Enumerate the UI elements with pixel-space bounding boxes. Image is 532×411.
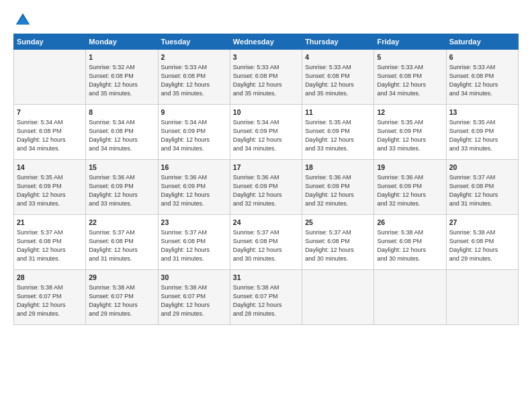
calendar-table: SundayMondayTuesdayWednesdayThursdayFrid… — [13, 34, 519, 325]
day-info: Sunrise: 5:35 AMSunset: 6:09 PMDaylight:… — [305, 118, 371, 153]
week-row-2: 7Sunrise: 5:34 AMSunset: 6:08 PMDaylight… — [14, 105, 519, 160]
calendar-cell: 24Sunrise: 5:37 AMSunset: 6:08 PMDayligh… — [230, 215, 302, 270]
day-info: Sunrise: 5:38 AMSunset: 6:07 PMDaylight:… — [17, 283, 83, 318]
calendar-cell: 18Sunrise: 5:36 AMSunset: 6:09 PMDayligh… — [302, 160, 374, 215]
day-number: 16 — [161, 163, 227, 173]
day-number: 28 — [17, 273, 83, 283]
day-info: Sunrise: 5:37 AMSunset: 6:08 PMDaylight:… — [17, 228, 83, 263]
calendar-cell: 12Sunrise: 5:35 AMSunset: 6:09 PMDayligh… — [374, 105, 446, 160]
header-cell-friday: Friday — [374, 34, 446, 50]
day-info: Sunrise: 5:36 AMSunset: 6:09 PMDaylight:… — [305, 173, 371, 208]
calendar-cell: 8Sunrise: 5:34 AMSunset: 6:08 PMDaylight… — [86, 105, 158, 160]
day-info: Sunrise: 5:36 AMSunset: 6:09 PMDaylight:… — [377, 173, 443, 208]
calendar-cell: 23Sunrise: 5:37 AMSunset: 6:08 PMDayligh… — [158, 215, 230, 270]
day-number: 10 — [233, 107, 299, 118]
day-info: Sunrise: 5:37 AMSunset: 6:08 PMDaylight:… — [161, 228, 227, 263]
day-number: 4 — [305, 52, 371, 62]
day-info: Sunrise: 5:38 AMSunset: 6:07 PMDaylight:… — [161, 283, 227, 318]
calendar-cell: 13Sunrise: 5:35 AMSunset: 6:09 PMDayligh… — [446, 105, 518, 160]
day-number: 27 — [449, 218, 515, 228]
day-info: Sunrise: 5:35 AMSunset: 6:09 PMDaylight:… — [449, 118, 515, 153]
calendar-header: SundayMondayTuesdayWednesdayThursdayFrid… — [14, 34, 519, 50]
day-info: Sunrise: 5:33 AMSunset: 6:08 PMDaylight:… — [377, 63, 443, 98]
day-info: Sunrise: 5:34 AMSunset: 6:09 PMDaylight:… — [161, 118, 227, 153]
day-info: Sunrise: 5:33 AMSunset: 6:08 PMDaylight:… — [449, 63, 515, 98]
calendar-cell: 25Sunrise: 5:37 AMSunset: 6:08 PMDayligh… — [302, 215, 374, 270]
calendar-cell — [446, 270, 518, 325]
week-row-4: 21Sunrise: 5:37 AMSunset: 6:08 PMDayligh… — [14, 215, 519, 270]
calendar-cell: 5Sunrise: 5:33 AMSunset: 6:08 PMDaylight… — [374, 50, 446, 105]
calendar-cell: 31Sunrise: 5:38 AMSunset: 6:07 PMDayligh… — [230, 270, 302, 325]
calendar-body: 1Sunrise: 5:32 AMSunset: 6:08 PMDaylight… — [14, 50, 519, 325]
calendar-cell: 20Sunrise: 5:37 AMSunset: 6:08 PMDayligh… — [446, 160, 518, 215]
header-cell-monday: Monday — [86, 34, 158, 50]
calendar-cell: 6Sunrise: 5:33 AMSunset: 6:08 PMDaylight… — [446, 50, 518, 105]
day-info: Sunrise: 5:36 AMSunset: 6:09 PMDaylight:… — [161, 173, 227, 208]
day-number: 3 — [233, 52, 299, 62]
week-row-3: 14Sunrise: 5:35 AMSunset: 6:09 PMDayligh… — [14, 160, 519, 215]
calendar-cell: 10Sunrise: 5:34 AMSunset: 6:09 PMDayligh… — [230, 105, 302, 160]
day-info: Sunrise: 5:35 AMSunset: 6:09 PMDaylight:… — [17, 173, 83, 208]
day-number: 14 — [17, 163, 83, 173]
day-info: Sunrise: 5:32 AMSunset: 6:08 PMDaylight:… — [89, 63, 154, 98]
header-cell-thursday: Thursday — [302, 34, 374, 50]
header — [13, 11, 519, 30]
day-number: 26 — [377, 218, 443, 228]
day-info: Sunrise: 5:36 AMSunset: 6:09 PMDaylight:… — [89, 173, 154, 208]
day-info: Sunrise: 5:34 AMSunset: 6:09 PMDaylight:… — [233, 118, 299, 153]
day-info: Sunrise: 5:38 AMSunset: 6:07 PMDaylight:… — [89, 283, 154, 318]
day-info: Sunrise: 5:33 AMSunset: 6:08 PMDaylight:… — [161, 63, 227, 98]
header-cell-wednesday: Wednesday — [230, 34, 302, 50]
calendar-cell: 4Sunrise: 5:33 AMSunset: 6:08 PMDaylight… — [302, 50, 374, 105]
header-row: SundayMondayTuesdayWednesdayThursdayFrid… — [14, 34, 519, 50]
day-number: 17 — [233, 163, 299, 173]
calendar-cell: 16Sunrise: 5:36 AMSunset: 6:09 PMDayligh… — [158, 160, 230, 215]
calendar-cell: 15Sunrise: 5:36 AMSunset: 6:09 PMDayligh… — [86, 160, 158, 215]
day-number: 22 — [89, 218, 154, 228]
calendar-cell: 29Sunrise: 5:38 AMSunset: 6:07 PMDayligh… — [86, 270, 158, 325]
calendar-cell: 17Sunrise: 5:36 AMSunset: 6:09 PMDayligh… — [230, 160, 302, 215]
day-number: 5 — [377, 52, 443, 62]
calendar-cell: 3Sunrise: 5:33 AMSunset: 6:08 PMDaylight… — [230, 50, 302, 105]
week-row-1: 1Sunrise: 5:32 AMSunset: 6:08 PMDaylight… — [14, 50, 519, 105]
day-number: 2 — [161, 52, 227, 62]
day-number: 18 — [305, 163, 371, 173]
day-number: 15 — [89, 163, 154, 173]
logo — [13, 11, 35, 30]
calendar-cell: 2Sunrise: 5:33 AMSunset: 6:08 PMDaylight… — [158, 50, 230, 105]
day-info: Sunrise: 5:35 AMSunset: 6:09 PMDaylight:… — [377, 118, 443, 153]
calendar-cell: 26Sunrise: 5:38 AMSunset: 6:08 PMDayligh… — [374, 215, 446, 270]
header-cell-sunday: Sunday — [14, 34, 86, 50]
day-number: 1 — [89, 52, 154, 62]
day-info: Sunrise: 5:38 AMSunset: 6:08 PMDaylight:… — [377, 228, 443, 263]
day-number: 8 — [89, 107, 154, 118]
calendar-cell: 7Sunrise: 5:34 AMSunset: 6:08 PMDaylight… — [14, 105, 86, 160]
day-info: Sunrise: 5:37 AMSunset: 6:08 PMDaylight:… — [305, 228, 371, 263]
day-info: Sunrise: 5:36 AMSunset: 6:09 PMDaylight:… — [233, 173, 299, 208]
logo-icon — [13, 11, 32, 30]
day-info: Sunrise: 5:33 AMSunset: 6:08 PMDaylight:… — [305, 63, 371, 98]
week-row-5: 28Sunrise: 5:38 AMSunset: 6:07 PMDayligh… — [14, 270, 519, 325]
day-number: 30 — [161, 273, 227, 283]
day-number: 23 — [161, 218, 227, 228]
day-number: 24 — [233, 218, 299, 228]
day-number: 11 — [305, 107, 371, 118]
calendar-cell: 19Sunrise: 5:36 AMSunset: 6:09 PMDayligh… — [374, 160, 446, 215]
day-number: 7 — [17, 107, 83, 118]
day-info: Sunrise: 5:37 AMSunset: 6:08 PMDaylight:… — [89, 228, 154, 263]
calendar-cell: 22Sunrise: 5:37 AMSunset: 6:08 PMDayligh… — [86, 215, 158, 270]
calendar-cell: 21Sunrise: 5:37 AMSunset: 6:08 PMDayligh… — [14, 215, 86, 270]
day-info: Sunrise: 5:38 AMSunset: 6:07 PMDaylight:… — [233, 283, 299, 318]
day-number: 21 — [17, 218, 83, 228]
day-number: 25 — [305, 218, 371, 228]
header-cell-saturday: Saturday — [446, 34, 518, 50]
day-number: 29 — [89, 273, 154, 283]
calendar-cell: 1Sunrise: 5:32 AMSunset: 6:08 PMDaylight… — [86, 50, 158, 105]
calendar-cell: 30Sunrise: 5:38 AMSunset: 6:07 PMDayligh… — [158, 270, 230, 325]
day-info: Sunrise: 5:38 AMSunset: 6:08 PMDaylight:… — [449, 228, 515, 263]
day-info: Sunrise: 5:33 AMSunset: 6:08 PMDaylight:… — [233, 63, 299, 98]
day-number: 13 — [449, 107, 515, 118]
day-number: 6 — [449, 52, 515, 62]
page: SundayMondayTuesdayWednesdayThursdayFrid… — [0, 0, 532, 411]
calendar-cell: 9Sunrise: 5:34 AMSunset: 6:09 PMDaylight… — [158, 105, 230, 160]
